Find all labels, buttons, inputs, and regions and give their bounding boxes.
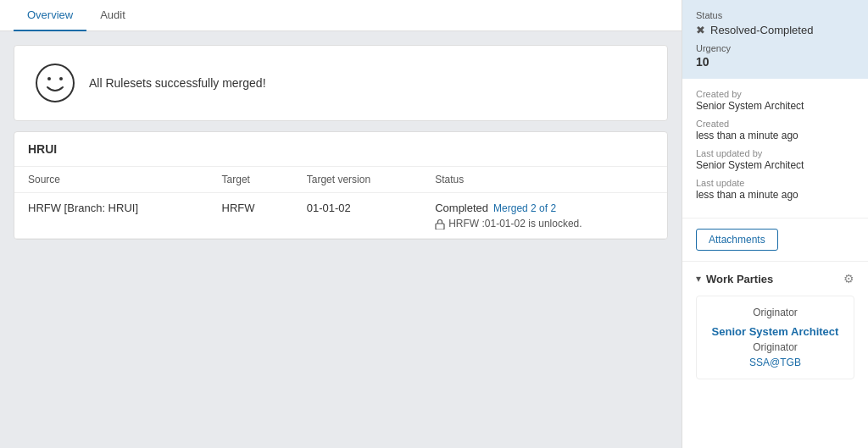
col-target-version: Target version	[293, 167, 421, 193]
success-message: All Rulesets successfully merged!	[89, 76, 266, 90]
meta-created-by-value: Senior System Architect	[696, 100, 854, 112]
cell-source: HRFW [Branch: HRUI]	[14, 193, 209, 239]
meta-last-updated-by: Last updated by Senior System Architect	[696, 148, 854, 171]
originator-section-title: Originator	[707, 307, 843, 318]
urgency-value: 10	[696, 55, 854, 69]
work-parties-header: ▾ Work Parties ⚙	[696, 272, 854, 285]
svg-rect-3	[436, 224, 444, 230]
meta-last-updated-by-label: Last updated by	[696, 148, 854, 158]
attachments-button[interactable]: Attachments	[696, 229, 778, 251]
status-value: ✖ Resolved-Completed	[696, 24, 854, 36]
tabs-bar: Overview Audit	[0, 0, 682, 31]
urgency-label: Urgency	[696, 43, 854, 53]
svg-point-1	[47, 77, 51, 80]
col-status: Status	[421, 167, 667, 193]
cell-target[interactable]: HRFW	[209, 193, 293, 239]
merged-badge: Merged 2 of 2	[493, 202, 556, 214]
ruleset-table: Source Target Target version Status HRFW…	[14, 167, 667, 239]
attachments-section: Attachments	[682, 218, 868, 262]
originator-role: Originator	[707, 341, 843, 353]
cell-status: Completed Merged 2 of 2 HRFW :01-0	[421, 193, 667, 239]
meta-created-by-label: Created by	[696, 89, 854, 99]
status-section: Status ✖ Resolved-Completed Urgency 10	[682, 0, 868, 79]
ruleset-table-section: HRUI Source Target Target version Status…	[14, 131, 668, 240]
cell-target-version: 01-01-02	[293, 193, 421, 239]
chevron-down-icon: ▾	[696, 273, 701, 285]
table-row: HRFW [Branch: HRUI] HRFW 01-01-02 Comple…	[14, 193, 667, 239]
meta-created-by: Created by Senior System Architect	[696, 89, 854, 112]
originator-name[interactable]: Senior System Architect	[707, 325, 843, 338]
col-target: Target	[209, 167, 293, 193]
gear-icon[interactable]: ⚙	[843, 272, 854, 285]
originator-email[interactable]: SSA@TGB	[707, 357, 843, 368]
smiley-icon	[35, 63, 75, 103]
meta-section: Created by Senior System Architect Creat…	[682, 79, 868, 218]
status-text: Resolved-Completed	[710, 24, 813, 36]
tab-overview[interactable]: Overview	[14, 0, 86, 31]
right-sidebar: Status ✖ Resolved-Completed Urgency 10 C…	[682, 0, 868, 448]
meta-last-update-label: Last update	[696, 178, 854, 188]
success-banner: All Rulesets successfully merged!	[14, 45, 668, 121]
table-title: HRUI	[14, 132, 667, 167]
meta-last-update: Last update less than a minute ago	[696, 178, 854, 201]
tab-audit[interactable]: Audit	[86, 0, 139, 31]
svg-point-2	[59, 77, 63, 80]
main-content-area: All Rulesets successfully merged! HRUI S…	[0, 31, 682, 448]
status-completed-text: Completed	[435, 202, 488, 214]
originator-card: Originator Senior System Architect Origi…	[696, 296, 854, 379]
meta-last-update-value: less than a minute ago	[696, 189, 854, 201]
meta-last-updated-by-value: Senior System Architect	[696, 159, 854, 171]
col-source: Source	[14, 167, 209, 193]
svg-point-0	[36, 64, 74, 102]
meta-created-label: Created	[696, 119, 854, 129]
meta-created: Created less than a minute ago	[696, 119, 854, 141]
status-icon: ✖	[696, 24, 705, 36]
table-header-row: Source Target Target version Status	[14, 167, 667, 193]
meta-created-value: less than a minute ago	[696, 130, 854, 141]
lock-icon	[435, 218, 445, 230]
status-label: Status	[696, 10, 854, 20]
work-parties-section: ▾ Work Parties ⚙ Originator Senior Syste…	[682, 262, 868, 390]
unlock-text: HRFW :01-01-02 is unlocked.	[448, 218, 581, 230]
work-parties-title: Work Parties	[706, 273, 838, 285]
